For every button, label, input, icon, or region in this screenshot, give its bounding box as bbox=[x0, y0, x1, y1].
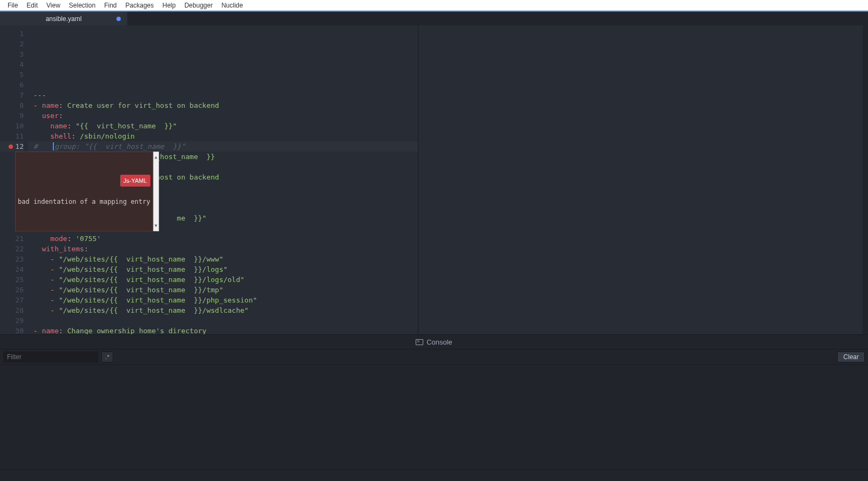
code-line: # group: "{{ virt_host_name }}" bbox=[33, 141, 418, 152]
regex-toggle-button[interactable]: .* bbox=[101, 352, 113, 362]
code-line: - "/web/sites/{{ virt_host_name }}/www" bbox=[33, 254, 418, 264]
scroll-up-icon[interactable]: ▲ bbox=[154, 152, 159, 162]
code-line: - name: Change ownership home's director… bbox=[33, 326, 418, 334]
empty-pane bbox=[418, 25, 863, 334]
code-line: - "/web/sites/{{ virt_host_name }}/tmp" bbox=[33, 285, 418, 295]
console-filter-row: .* Clear bbox=[0, 349, 868, 365]
editor-area[interactable]: 1234567891011121314151617181920212223242… bbox=[0, 25, 868, 334]
code-line: - "/web/sites/{{ virt_host_name }}/logs/… bbox=[33, 274, 418, 285]
code-line: - name: Create user for virt_host on bac… bbox=[33, 100, 418, 111]
menu-edit[interactable]: Edit bbox=[22, 2, 42, 9]
error-marker-icon[interactable] bbox=[9, 145, 13, 149]
console-tab[interactable]: Console bbox=[0, 334, 868, 349]
console-filter-input[interactable] bbox=[3, 352, 98, 362]
console-output[interactable] bbox=[0, 365, 868, 469]
scroll-down-icon[interactable]: ▼ bbox=[154, 221, 159, 231]
tab-bar: ansible.yaml bbox=[0, 11, 868, 25]
text-cursor bbox=[53, 142, 54, 150]
code-editor[interactable]: Js-YAML bad indentation of a mapping ent… bbox=[28, 25, 418, 334]
tab-ansible-yaml[interactable]: ansible.yaml bbox=[0, 12, 127, 25]
code-line: user: bbox=[33, 111, 418, 121]
menu-debugger[interactable]: Debugger bbox=[180, 2, 217, 9]
code-line: - "/web/sites/{{ virt_host_name }}/logs" bbox=[33, 264, 418, 274]
console-tab-label: Console bbox=[426, 338, 452, 346]
menu-view[interactable]: View bbox=[42, 2, 65, 9]
menu-help[interactable]: Help bbox=[158, 2, 180, 9]
code-line: with_items: bbox=[33, 244, 418, 254]
menu-nuclide[interactable]: Nuclide bbox=[217, 2, 247, 9]
bottom-panel: Console .* Clear bbox=[0, 334, 868, 469]
menu-packages[interactable]: Packages bbox=[121, 2, 159, 9]
menu-selection[interactable]: Selection bbox=[65, 2, 100, 9]
code-line: name: "{{ virt_host_name }}" bbox=[33, 121, 418, 131]
clear-button[interactable]: Clear bbox=[837, 352, 865, 362]
linter-tooltip: Js-YAML bad indentation of a mapping ent… bbox=[15, 152, 159, 231]
code-line bbox=[33, 315, 418, 326]
vertical-scrollbar[interactable] bbox=[863, 25, 868, 334]
linter-message: bad indentation of a mapping entry bbox=[18, 196, 150, 207]
code-line: shell: /sbin/nologin bbox=[33, 131, 418, 141]
code-line: - "/web/sites/{{ virt_host_name }}/php_s… bbox=[33, 295, 418, 305]
tab-title: ansible.yaml bbox=[46, 15, 82, 23]
console-icon bbox=[416, 339, 423, 345]
menu-bar: File Edit View Selection Find Packages H… bbox=[0, 0, 868, 11]
modified-indicator-icon bbox=[116, 17, 121, 21]
status-bar bbox=[0, 469, 868, 481]
tooltip-scrollbar[interactable]: ▲ ▼ bbox=[153, 152, 159, 231]
code-line: --- bbox=[33, 90, 418, 100]
code-line: mode: '0755' bbox=[33, 233, 418, 244]
menu-file[interactable]: File bbox=[3, 2, 22, 9]
linter-badge: Js-YAML bbox=[120, 175, 150, 187]
code-line: - "/web/sites/{{ virt_host_name }}/wsdlc… bbox=[33, 305, 418, 315]
menu-find[interactable]: Find bbox=[100, 2, 121, 9]
